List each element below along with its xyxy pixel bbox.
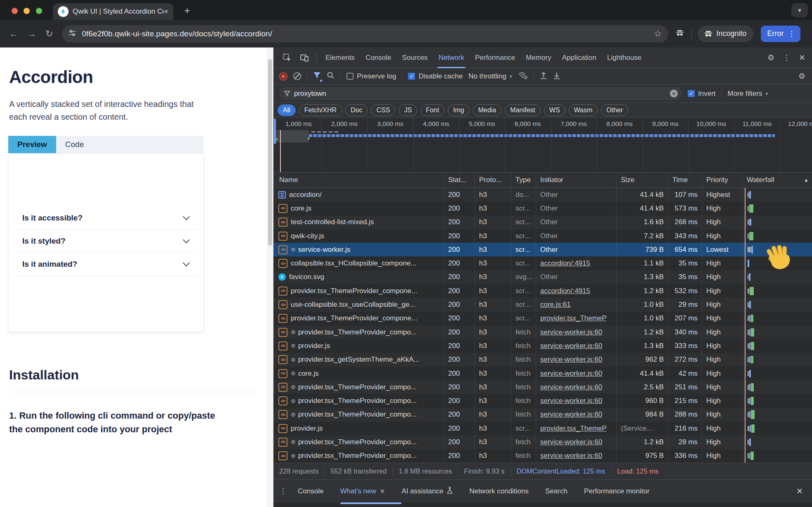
network-request-row[interactable]: <>⚙provider.tsx_ThemeProvider_compo...20… [273,435,812,449]
devtools-tab-console[interactable]: Console [360,47,397,68]
clear-filter-icon[interactable]: ✕ [670,90,678,97]
overview-selection-window[interactable] [276,130,309,142]
initiator-link[interactable]: service-worker.js:60 [540,342,602,350]
tab-close-icon[interactable]: ✕ [164,8,169,15]
filter-input[interactable]: proxytown ✕ [279,87,682,100]
type-chip-manifest[interactable]: Manifest [505,104,540,116]
initiator-link[interactable]: service-worker.js:60 [540,383,602,391]
tab-search-button[interactable]: ▾ [791,3,808,17]
type-chip-media[interactable]: Media [473,104,502,116]
sort-ascending-icon[interactable]: ▲ [804,177,809,183]
bookmark-star-icon[interactable]: ☆ [654,28,662,39]
site-info-icon[interactable] [69,29,76,38]
network-request-row[interactable]: <>⚙provider.tsx_ThemeProvider_compo...20… [273,325,812,339]
network-request-row[interactable]: <>⚙provider.js200h3fetchservice-worker.j… [273,339,812,353]
network-conditions-icon[interactable] [518,71,528,81]
maximize-window-button[interactable] [36,8,42,14]
url-text[interactable]: 0f6e2f0b.qwik-ui-site.pages.dev/docs/sty… [82,29,653,38]
import-har-icon[interactable] [540,71,547,81]
clear-network-log-icon[interactable] [293,72,301,80]
type-chip-ws[interactable]: WS [544,104,565,116]
drawer-tab-console[interactable]: Console [290,480,332,503]
network-request-row[interactable]: <>provider.tsx_ThemeProvider_compone...2… [273,284,812,298]
drawer-tab-what-s-new[interactable]: What's new✕ [332,480,393,503]
network-request-row[interactable]: favicon.svg200h3svg...Other1.3 kB35 msHi… [273,270,812,284]
type-chip-fetch-xhr[interactable]: Fetch/XHR [299,104,342,116]
accordion-trigger[interactable]: Is it accessible? [15,206,197,230]
forward-button[interactable]: → [27,28,36,39]
extension-icon[interactable] [676,30,684,38]
page-scrollbar[interactable] [267,47,273,507]
devtools-tab-application[interactable]: Application [557,47,602,68]
devtools-kebab-icon[interactable]: ⋮ [783,53,791,62]
type-chip-doc[interactable]: Doc [345,104,368,116]
initiator-link[interactable]: accordion/:4915 [540,259,590,268]
accordion-trigger[interactable]: Is it styled? [15,230,197,253]
type-chip-img[interactable]: Img [448,104,470,116]
type-chip-wasm[interactable]: Wasm [569,104,598,116]
type-chip-font[interactable]: Font [420,104,444,116]
throttling-dropdown[interactable]: No throttling ▾ [468,72,512,81]
inspect-element-icon[interactable] [283,53,292,62]
close-window-button[interactable] [12,8,18,14]
filter-funnel-icon[interactable] [313,72,321,81]
network-request-row[interactable]: <>qwik-city.js200h3scr...Other7.2 kB343 … [273,229,812,243]
devtools-close-icon[interactable]: ✕ [799,53,805,62]
column-header-name[interactable]: Name [273,173,444,187]
column-header-proto[interactable]: Proto... [475,173,511,187]
column-header-priority[interactable]: Priority [702,173,743,187]
network-request-row[interactable]: <>⚙provider.tsx_ThemeProvider_compo...20… [273,380,812,394]
initiator-link[interactable]: service-worker.js:60 [540,370,602,378]
network-request-row[interactable]: <>use-collapsible.tsx_useCollapsible_ge.… [273,298,812,311]
more-filters-dropdown[interactable]: More filters ▾ [728,90,768,98]
devtools-tab-performance[interactable]: Performance [470,47,520,68]
network-request-row[interactable]: <>⚙provider.tsx_ThemeProvider_compo...20… [273,394,812,407]
page-tab-preview[interactable]: Preview [8,136,56,153]
initiator-link[interactable]: service-worker.js:60 [540,397,602,405]
accordion-trigger[interactable]: Is it animated? [15,253,197,276]
network-request-row[interactable]: <>⚙provider.tsx_getSystemTheme_aKkA...20… [273,353,812,367]
invert-checkbox[interactable]: ✓ Invert [688,90,716,98]
search-icon[interactable] [327,71,335,81]
network-request-row[interactable]: accordion/200h3do...Other41.4 kB107 msHi… [273,188,812,201]
network-request-row[interactable]: <>provider.tsx_ThemeProvider_compone...2… [273,312,812,325]
column-header-stat[interactable]: Stat... [444,173,475,187]
network-request-row[interactable]: <>⚙provider.tsx_ThemeProvider_compo...20… [273,408,812,422]
export-har-icon[interactable] [553,71,560,81]
network-request-row[interactable]: <>⚙core.js200h3fetchservice-worker.js:60… [273,367,812,380]
type-chip-css[interactable]: CSS [371,104,395,116]
filter-input-value[interactable]: proxytown [294,90,666,98]
drawer-tab-performance-monitor[interactable]: Performance monitor [576,480,658,503]
network-request-row[interactable]: <>⚙provider.tsx_ThemeProvider_compo...20… [273,449,812,463]
network-request-row[interactable]: <>test-controlled-list-mixed.js200h3scr.… [273,216,812,229]
omnibox[interactable]: 0f6e2f0b.qwik-ui-site.pages.dev/docs/sty… [62,25,668,43]
column-header-waterfall[interactable]: Waterfall▲ [743,173,812,187]
devtools-tab-sources[interactable]: Sources [397,47,433,68]
type-chip-other[interactable]: Other [601,104,628,116]
initiator-link[interactable]: service-worker.js:60 [540,355,602,364]
initiator-link[interactable]: service-worker.js:60 [540,438,602,446]
disable-cache-checkbox[interactable]: ✓ Disable cache [408,72,463,81]
page-scrollbar-thumb[interactable] [268,59,272,246]
preserve-log-checkbox[interactable]: Preserve log [347,72,396,81]
initiator-link[interactable]: accordion/:4915 [540,287,590,295]
devtools-tab-elements[interactable]: Elements [320,47,360,68]
record-network-log-button[interactable] [279,72,287,81]
column-header-initiator[interactable]: Initiator [536,173,617,187]
initiator-link[interactable]: service-worker.js:60 [540,410,602,419]
devtools-settings-gear-icon[interactable]: ⚙ [767,53,774,62]
drawer-tab-search[interactable]: Search [537,480,576,503]
initiator-link[interactable]: provider.tsx_ThemeP [540,424,607,433]
drawer-tab-ai-assistance[interactable]: AI assistance [393,480,461,503]
initiator-link[interactable]: service-worker.js:60 [540,452,602,460]
browser-tab[interactable]: Qwik UI | Styled Accordion Co ✕ [53,3,173,20]
drawer-tab-network-conditions[interactable]: Network conditions [461,480,537,503]
error-button[interactable]: Error ⋮ [761,26,800,42]
drawer-kebab-icon[interactable]: ⋮ [279,486,290,496]
devtools-tab-lighthouse[interactable]: Lighthouse [602,47,647,68]
type-chip-all[interactable]: All [278,104,296,116]
new-tab-button[interactable]: + [184,5,190,17]
initiator-link[interactable]: service-worker.js:60 [540,328,602,336]
page-tab-code[interactable]: Code [56,136,93,153]
checkbox-checked-icon[interactable]: ✓ [408,73,415,80]
